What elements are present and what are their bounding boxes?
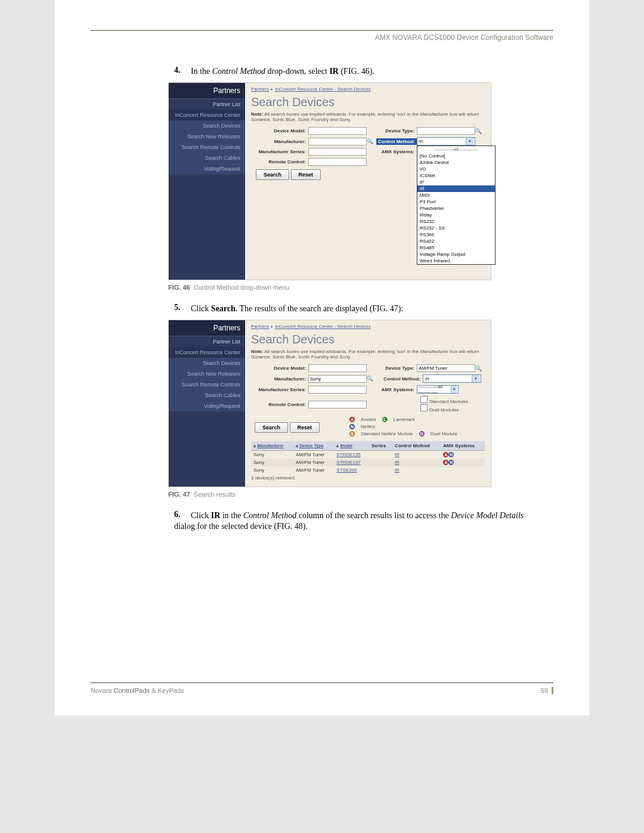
dd-option[interactable]: RS232 - SX [417,225,495,231]
checkbox[interactable] [420,396,428,403]
col-manufacturer[interactable]: ▵ Manufacturer [251,441,293,451]
control-method-link[interactable]: IR [395,452,400,457]
control-method-link[interactable]: IR [395,467,400,473]
sidebar-item[interactable]: Search New Releases [169,131,245,142]
search-icon[interactable]: 🔍 [367,376,373,382]
sidebar-item[interactable]: Search New Releases [169,368,245,379]
sidebar-item[interactable]: Voting/Request [169,401,245,411]
step-6-num: 6. [174,510,188,519]
search-button[interactable]: Search [256,169,289,180]
note: Note: All search boxes use implied wildc… [251,349,485,360]
checkbox[interactable] [420,404,428,411]
dd-option[interactable]: P3 Port [417,199,495,205]
sidebar-item[interactable]: Search Devices [169,120,245,131]
fig-46-screenshot: Partners Partner List InConcert Resource… [168,82,491,280]
sidebar-item[interactable]: Search Remote Controls [169,142,245,153]
table-row: Sony AM/FM Tuner STSE200 IR [251,466,485,474]
reset-button[interactable]: Reset [290,422,320,433]
step-4: 4. In the Control Method drop-down, sele… [174,66,553,76]
sidebar-item[interactable]: Search Devices [169,358,245,368]
step-6: 6. Click IR in the Control Method column… [174,510,553,531]
model-link[interactable]: STRDE197 [336,460,360,465]
sidebar-item[interactable]: Search Cables [169,390,245,401]
label-device-model: Device Model: [251,366,308,371]
dd-option[interactable]: MIDI [417,192,495,199]
device-model-input[interactable] [308,364,367,372]
retrieved-count: 3 device(s) retrieved. [251,475,485,481]
sidebar-item[interactable]: Partner List [169,99,245,110]
mfr-series-input[interactable] [308,148,367,156]
model-link[interactable]: STRDE135 [336,452,360,457]
dd-option[interactable]: Voltage Ramp Output [417,251,495,258]
dd-option[interactable]: ICSNet [417,172,495,179]
col-device-type[interactable]: ▵ Device Type [293,441,334,451]
col-model[interactable]: ▵ Model [334,441,369,451]
table-row: Sony AM/FM Tuner STRDE197 IR AN [251,459,485,466]
label-amx-systems: AMX Systems: [367,387,417,392]
dd-option[interactable]: I/O [417,166,495,172]
sidebar-item[interactable]: Search Remote Controls [169,379,245,390]
device-model-input[interactable] [308,127,367,135]
remote-control-input[interactable] [308,401,367,408]
search-icon[interactable]: 🔍 [475,128,481,134]
label-device-model: Device Model: [251,128,308,134]
chevron-down-icon: ▾ [451,386,457,393]
dd-option[interactable]: [No Control] [417,153,495,159]
reset-button[interactable]: Reset [291,169,321,180]
dd-option[interactable]: RS422 [417,238,495,244]
remote-control-input[interactable] [308,158,367,166]
device-type-input[interactable] [417,127,475,135]
search-icon[interactable]: 🔍 [367,138,373,144]
col-control-method[interactable]: Control Method [392,441,441,451]
footer: Novara ControlPads & KeyPads 59 [91,682,553,694]
dd-option[interactable]: RS366 [417,231,495,238]
col-amx-systems[interactable]: AMX Systems [441,441,485,451]
model-link[interactable]: STSE200 [336,467,357,473]
dd-option[interactable]: Wired Infrared [417,258,495,264]
label-device-type: Device Type: [367,366,417,371]
axcess-icon: A [443,460,448,465]
search-icon[interactable]: 🔍 [475,366,481,371]
dd-option[interactable]: RS485 [417,244,495,251]
label-control-method: Control Method: [373,376,423,382]
sidebar-item[interactable]: InConcert Resource Center [169,347,245,358]
amx-systems-select[interactable]: ————all————▾ [417,385,459,394]
step-5-text: Click Search. The results of the search … [191,304,403,313]
step-5: 5. Click Search. The results of the sear… [174,303,553,314]
fig-47-screenshot: Partners Partner List InConcert Resource… [168,320,491,487]
label-mfr-series: Manufacturer Series: [251,387,308,392]
label-control-method: Control Method: [376,138,417,145]
netlinx-icon: N [448,452,454,457]
dd-option[interactable]: Phastverter [417,205,495,212]
chevron-down-icon: ▾ [466,138,473,145]
sidebar-item[interactable]: Voting/Request [169,163,245,174]
dd-option[interactable]: IP [417,179,495,185]
manufacturer-input[interactable] [308,375,367,383]
step-6-text: Click IR in the Control Method column of… [174,511,524,531]
sidebar-header: Partners [169,83,245,99]
note: Note: All search boxes use implied wildc… [251,112,485,122]
control-method-select[interactable]: IR ▾ [417,137,475,145]
search-button[interactable]: Search [255,422,288,433]
label-device-type: Device Type: [367,128,417,134]
mfr-series-input[interactable] [308,386,367,394]
col-series[interactable]: Series [369,441,392,451]
label-remote-control: Remote Control: [251,159,308,165]
dd-option-selected[interactable]: IR [417,185,495,192]
control-method-link[interactable]: IR [395,460,400,465]
step-5-num: 5. [174,303,188,312]
manufacturer-input[interactable] [308,138,367,145]
dd-option[interactable]: RS232 [417,218,495,225]
label-amx-systems: AMX Systems: [367,149,417,154]
dd-option[interactable]: AXlink Device [417,159,495,166]
fig-46-caption: FIG. 46 Control Method drop-down menu [168,284,553,291]
sidebar-item[interactable]: Search Cables [169,153,245,163]
sidebar-item[interactable]: InConcert Resource Center [169,110,245,120]
duet-icon: D [419,431,425,436]
control-method-select[interactable]: IR▾ [423,374,481,383]
axcess-icon: A [349,417,355,422]
dd-option[interactable]: Relay [417,212,495,218]
sidebar-item[interactable]: Partner List [169,336,245,347]
device-type-input[interactable] [417,364,475,372]
dd-option[interactable]: ————all———— [417,146,495,153]
